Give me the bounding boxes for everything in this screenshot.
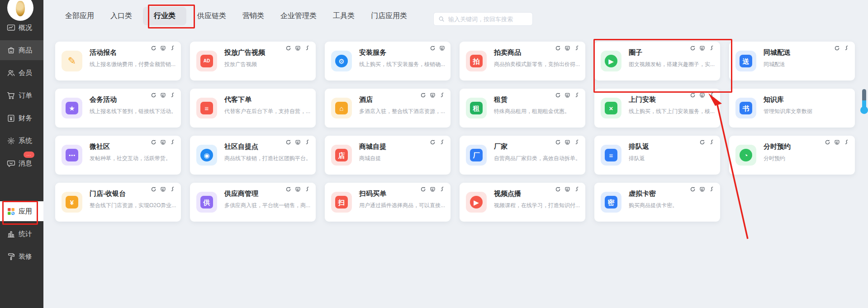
app-card[interactable]: ⌂酒店多酒店入驻，整合线下酒店资源，... [325, 89, 451, 128]
market-icon[interactable] [564, 92, 570, 98]
link-icon[interactable] [170, 92, 175, 98]
link-icon[interactable] [439, 139, 445, 145]
tab-supply[interactable]: 供应链类 [197, 11, 226, 21]
refresh-icon[interactable] [555, 92, 561, 98]
link-icon[interactable] [844, 139, 849, 145]
link-icon[interactable] [439, 186, 445, 192]
search-box[interactable] [433, 12, 533, 26]
refresh-icon[interactable] [151, 45, 157, 51]
refresh-icon[interactable] [151, 186, 157, 192]
market-icon[interactable] [430, 186, 436, 192]
market-icon[interactable] [834, 139, 840, 145]
link-icon[interactable] [170, 186, 175, 192]
search-input[interactable] [447, 15, 526, 23]
refresh-icon[interactable] [690, 45, 696, 51]
refresh-icon[interactable] [834, 45, 840, 51]
refresh-icon[interactable] [430, 139, 436, 145]
sidebar-item-finance[interactable]: 财务 [0, 108, 43, 128]
app-card[interactable]: ◉社区自提点商品线下核销，打造社区团购平台。 [190, 136, 316, 175]
app-card[interactable]: ▶视频点播视频课程，在线学习，打造知识付... [460, 183, 585, 222]
app-card[interactable]: ✎活动报名线上报名缴纳费用，付费金额营销... [55, 42, 181, 81]
link-icon[interactable] [170, 139, 175, 145]
app-card[interactable]: ▶圈子图文视频发帖，搭建兴趣圈子，实... [594, 42, 720, 81]
tab-tools[interactable]: 工具类 [333, 11, 355, 21]
refresh-icon[interactable] [420, 92, 426, 98]
market-icon[interactable] [160, 92, 166, 98]
refresh-icon[interactable] [825, 139, 830, 145]
market-icon[interactable] [160, 45, 166, 51]
refresh-icon[interactable] [690, 186, 696, 192]
link-icon[interactable] [304, 186, 310, 192]
sidebar-item-order[interactable]: 订单 [0, 85, 43, 105]
refresh-icon[interactable] [151, 139, 157, 145]
sidebar-item-apps[interactable]: 应用 [0, 201, 43, 221]
app-card[interactable]: 书知识库管理知识库文章数据 [729, 89, 855, 128]
app-card[interactable]: 供供应商管理多供应商入驻，平台统一销售，商... [190, 183, 316, 222]
link-icon[interactable] [304, 45, 310, 51]
app-card[interactable]: ⋯微社区发帖种草，社交互动，活跃带货。 [55, 136, 181, 175]
market-icon[interactable] [699, 45, 705, 51]
app-card[interactable]: ≡排队返排队返 [594, 136, 720, 175]
market-icon[interactable] [295, 139, 301, 145]
refresh-icon[interactable] [285, 139, 291, 145]
link-icon[interactable] [709, 186, 715, 192]
refresh-icon[interactable] [690, 92, 696, 98]
tab-entry[interactable]: 入口类 [110, 11, 132, 21]
thermometer-knob[interactable] [860, 106, 868, 114]
link-icon[interactable] [304, 139, 310, 145]
market-icon[interactable] [564, 139, 570, 145]
market-icon[interactable] [699, 186, 705, 192]
tab-store[interactable]: 门店应用类 [371, 11, 407, 21]
link-icon[interactable] [574, 139, 580, 145]
link-icon[interactable] [709, 92, 715, 98]
refresh-icon[interactable] [555, 45, 561, 51]
link-icon[interactable] [574, 45, 580, 51]
tab-industry[interactable]: 行业类 [143, 7, 186, 25]
refresh-icon[interactable] [430, 45, 436, 51]
tab-all[interactable]: 全部应用 [65, 11, 94, 21]
app-card[interactable]: 厂厂家自营商品厂家归类，高效自动拆单。 [460, 136, 585, 175]
app-card[interactable]: 租租赁特殊商品租用，租期租金优惠。 [460, 89, 585, 128]
link-icon[interactable] [170, 45, 175, 51]
tab-marketing[interactable]: 营销类 [242, 11, 264, 21]
app-card[interactable]: ⚙安装服务线上购买，线下安装服务，核销确... [325, 42, 451, 81]
link-icon[interactable] [574, 186, 580, 192]
refresh-icon[interactable] [555, 139, 561, 145]
link-icon[interactable] [709, 45, 715, 51]
refresh-icon[interactable] [285, 45, 291, 51]
refresh-icon[interactable] [555, 186, 561, 192]
market-icon[interactable] [430, 92, 436, 98]
sidebar-item-stats[interactable]: 统计 [0, 224, 43, 244]
link-icon[interactable] [439, 92, 445, 98]
scroll-thermometer-widget[interactable] [860, 89, 868, 115]
sidebar-item-system[interactable]: 系统 [0, 131, 43, 151]
app-card[interactable]: ×上门安装线上购买，线下上门安装服务，核... [594, 89, 720, 128]
sidebar-item-member[interactable]: 会员 [0, 63, 43, 83]
sidebar-item-design[interactable]: 装修 [0, 246, 43, 266]
market-icon[interactable] [160, 139, 166, 145]
refresh-icon[interactable] [699, 139, 705, 145]
tab-enterprise[interactable]: 企业管理类 [280, 11, 317, 21]
app-card[interactable]: AD投放广告视频投放广告视频 [190, 42, 316, 81]
market-icon[interactable] [295, 186, 301, 192]
sidebar-item-overview[interactable]: 概况 [0, 18, 43, 38]
sidebar-item-message[interactable]: 消息... [0, 153, 43, 173]
market-icon[interactable] [564, 186, 570, 192]
market-icon[interactable] [160, 186, 166, 192]
sidebar-item-goods[interactable]: 商品 [0, 40, 43, 60]
link-icon[interactable] [709, 139, 715, 145]
app-card[interactable]: ★会务活动线上报名线下签到，链接线下活动。 [55, 89, 181, 128]
market-icon[interactable] [699, 92, 705, 98]
market-icon[interactable] [564, 45, 570, 51]
refresh-icon[interactable] [151, 92, 157, 98]
app-card[interactable]: ≡代客下单代替客户在后台下单，支持自营，... [190, 89, 316, 128]
app-card[interactable]: 拍拍卖商品商品拍卖模式新零售，竞拍出价得... [460, 42, 585, 81]
market-icon[interactable] [439, 45, 445, 51]
app-card[interactable]: ¥门店-收银台整合线下门店资源，实现O2O异业... [55, 183, 181, 222]
app-card[interactable]: 密虚拟卡密购买商品提供卡密。 [594, 183, 720, 222]
market-icon[interactable] [295, 45, 301, 51]
app-card[interactable]: 扫扫码买单用户通过插件选择商品，可以直接... [325, 183, 451, 222]
app-card[interactable]: 店商城自提商城自提 [325, 136, 451, 175]
app-card[interactable]: 送同城配送同城配送 [729, 42, 855, 81]
refresh-icon[interactable] [420, 186, 426, 192]
